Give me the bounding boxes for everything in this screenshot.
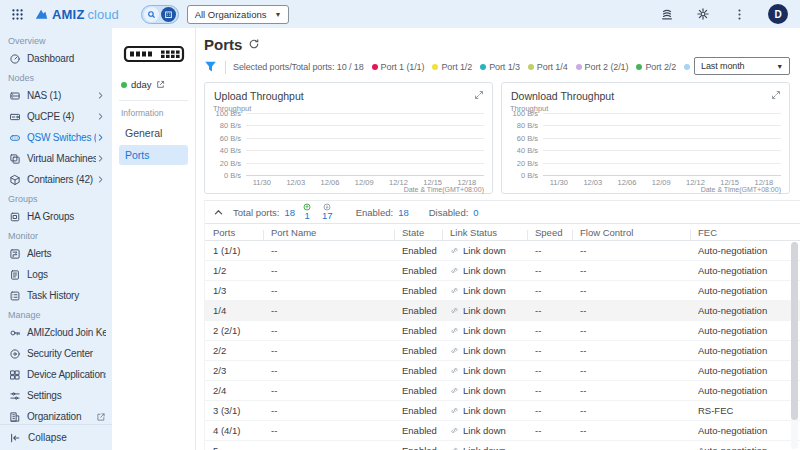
legend-dot-icon: [432, 64, 438, 70]
legend-label: Port 2/2: [645, 62, 676, 72]
cell-speed: --: [527, 305, 572, 316]
table-row-port-2-2-1[interactable]: 2 (2/1)--EnabledLink down----Auto-negoti…: [205, 321, 800, 341]
cell-flow-control: --: [572, 345, 690, 356]
sidebar-item-label: Task History: [27, 290, 106, 301]
chevron-right-icon: [96, 91, 106, 101]
port-legend-chip-port-1-4[interactable]: Port 1/4: [528, 62, 568, 72]
selected-ports-value: 10 / 18: [337, 62, 364, 72]
sidebar-item-virtual-machines-2[interactable]: Virtual Machines (2): [0, 148, 112, 169]
user-avatar[interactable]: D: [768, 4, 788, 24]
table-row-port-3-3-1[interactable]: 3 (3/1)--EnabledLink down----RS-FEC: [205, 401, 800, 421]
cell-flow-control: --: [572, 405, 690, 416]
org-selector-dropdown[interactable]: All Organizations ▼: [187, 5, 290, 24]
cell-flow-control: --: [572, 445, 690, 450]
sidebar-item-amizcloud-join-keys[interactable]: AMIZcloud Join Keys: [0, 322, 112, 343]
legend-label: Port 2 (2/1): [585, 62, 629, 72]
cell-ports: 2/4: [205, 385, 263, 396]
qsw-icon: [9, 131, 22, 144]
port-legend-chip-port-1-1-1[interactable]: Port 1 (1/1): [372, 62, 425, 72]
cell-ports: 4 (4/1): [205, 425, 263, 436]
search-icon[interactable]: [144, 7, 159, 22]
cell-state: Enabled: [394, 285, 442, 296]
sidebar-item-device-applications[interactable]: Device Applications: [0, 364, 112, 385]
organization-toggle-icon[interactable]: [161, 7, 176, 22]
sidebar-item-logs[interactable]: Logs: [0, 264, 112, 285]
enabled-value: 18: [398, 207, 409, 218]
port-legend-chip-port-1-2[interactable]: Port 1/2: [432, 62, 472, 72]
device-row[interactable]: dday: [119, 79, 188, 90]
cell-port-name: --: [263, 345, 394, 356]
search-org-toggle[interactable]: [141, 5, 179, 24]
chevron-right-icon: [96, 112, 106, 122]
collapse-table-chevron-icon[interactable]: [213, 207, 224, 218]
selected-ports-label: Selected ports/Total ports:: [233, 62, 334, 72]
cell-link-status: Link down: [442, 245, 527, 256]
sidebar-item-settings[interactable]: Settings: [0, 385, 112, 406]
column-header-speed: Speed: [527, 227, 572, 238]
table-scrollbar-track[interactable]: [791, 242, 798, 449]
kebab-menu-icon[interactable]: [730, 5, 748, 23]
table-row-port-1-3[interactable]: 1/3--EnabledLink down----Auto-negotiatio…: [205, 281, 800, 301]
enabled-label: Enabled:: [356, 207, 394, 218]
activity-queue-icon[interactable]: [658, 5, 676, 23]
sidebar-item-ha-groups[interactable]: HA Groups: [0, 206, 112, 227]
sidebar-item-organization[interactable]: Organization: [0, 406, 112, 424]
external-link-icon[interactable]: [156, 80, 165, 89]
table-row-port-2-4[interactable]: 2/4--EnabledLink down----Auto-negotiatio…: [205, 381, 800, 401]
y-tick-label: 20 B/s: [510, 159, 538, 168]
cell-state: Enabled: [394, 305, 442, 316]
device-panel: dday Information GeneralPorts: [112, 28, 196, 450]
sidebar-collapse-button[interactable]: Collapse: [0, 424, 112, 450]
expand-chart-icon[interactable]: [474, 90, 484, 100]
sidebar-item-nas-1[interactable]: NAS (1): [0, 85, 112, 106]
cell-flow-control: --: [572, 325, 690, 336]
total-ports-label: Total ports:: [233, 207, 279, 218]
time-range-dropdown[interactable]: Last month ▼: [694, 57, 790, 75]
y-tick-label: 0 B/s: [213, 171, 241, 180]
table-row-port-1-1-1[interactable]: 1 (1/1)--EnabledLink down----Auto-negoti…: [205, 241, 800, 261]
y-tick-label: 100 B/s: [213, 109, 241, 118]
sidebar-item-qucpe-4[interactable]: QuCPE (4): [0, 106, 112, 127]
sidebar-item-label: Logs: [27, 269, 106, 280]
amiz-cloud-logo[interactable]: AMIZcloud: [34, 7, 119, 22]
table-row-port-1-4[interactable]: 1/4--EnabledLink down----Auto-negotiatio…: [205, 301, 800, 321]
table-row-port-4-4-1[interactable]: 4 (4/1)--EnabledLink down----Auto-negoti…: [205, 421, 800, 441]
table-row-port-5[interactable]: 5--EnabledLink down----Auto-negotiation: [205, 441, 800, 450]
port-legend-chip-port-2-3[interactable]: Port 2/3: [684, 62, 690, 72]
table-scrollbar-thumb[interactable]: [791, 242, 798, 420]
cell-link-status: Link down: [442, 365, 527, 376]
cell-port-name: --: [263, 245, 394, 256]
sidebar-item-containers-42[interactable]: Containers (42): [0, 169, 112, 190]
sidebar-item-task-history[interactable]: Task History: [0, 285, 112, 306]
sidebar-item-security-center[interactable]: Security Center: [0, 343, 112, 364]
cell-state: Enabled: [394, 325, 442, 336]
sidebar-item-alerts[interactable]: Alerts: [0, 243, 112, 264]
sidebar-item-label: AMIZcloud Join Keys: [27, 327, 106, 338]
cell-fec: Auto-negotiation: [690, 365, 800, 376]
device-menu-item-general[interactable]: General: [119, 123, 188, 143]
table-row-port-2-3[interactable]: 2/3--EnabledLink down----Auto-negotiatio…: [205, 361, 800, 381]
cell-speed: --: [527, 285, 572, 296]
y-tick-label: 100 B/s: [510, 109, 538, 118]
cell-link-status: Link down: [442, 385, 527, 396]
table-row-port-2-2[interactable]: 2/2--EnabledLink down----Auto-negotiatio…: [205, 341, 800, 361]
cell-speed: --: [527, 245, 572, 256]
port-legend-chip-port-1-3[interactable]: Port 1/3: [480, 62, 520, 72]
info-section-label: Information: [119, 100, 188, 121]
cell-ports: 2 (2/1): [205, 325, 263, 336]
page-title: Ports: [204, 36, 242, 53]
settings-gear-icon[interactable]: [694, 5, 712, 23]
table-row-port-1-2[interactable]: 1/2--EnabledLink down----Auto-negotiatio…: [205, 261, 800, 281]
port-legend-chip-port-2-2-1[interactable]: Port 2 (2/1): [576, 62, 629, 72]
filter-funnel-icon[interactable]: [204, 60, 218, 74]
sidebar-item-dashboard[interactable]: Dashboard: [0, 48, 112, 69]
app-launcher-icon[interactable]: [8, 5, 26, 23]
sidebar-item-label: Device Applications: [27, 369, 106, 380]
port-legend-chip-port-2-2[interactable]: Port 2/2: [636, 62, 676, 72]
device-menu-item-ports[interactable]: Ports: [119, 145, 188, 165]
refresh-icon[interactable]: [248, 38, 261, 51]
column-header-state: State: [394, 227, 442, 238]
expand-chart-icon[interactable]: [771, 90, 781, 100]
sidebar-item-qsw-switches-3[interactable]: QSW Switches (3): [0, 127, 112, 148]
y-tick-label: 80 B/s: [213, 121, 241, 130]
